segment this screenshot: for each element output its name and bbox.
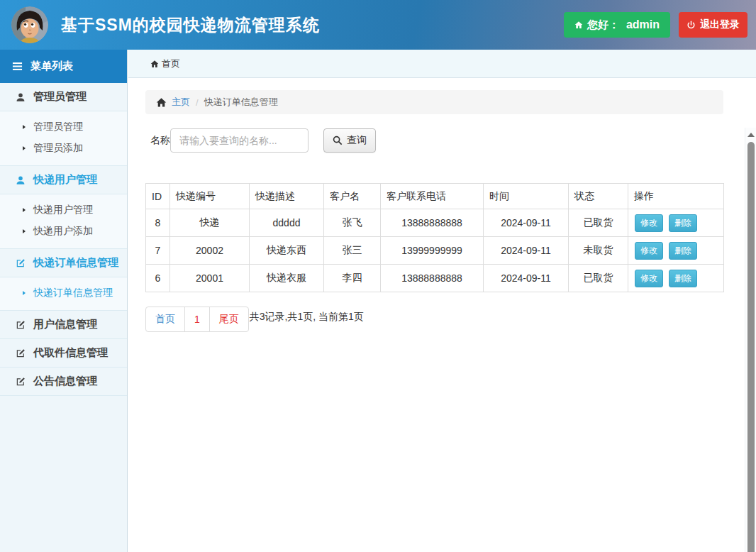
greeting-button[interactable]: 您好： admin: [564, 12, 670, 38]
app-header: 基于SSM的校园快递物流管理系统 您好： admin 退出登录: [0, 0, 756, 50]
table-row: 7 20002 快递东西 张三 13999999999 2024-09-11 未…: [146, 237, 724, 265]
logout-label: 退出登录: [700, 18, 740, 31]
home-icon: [156, 97, 167, 108]
cell-actions: 修改 删除: [628, 237, 724, 265]
col-header-actions: 操作: [628, 184, 724, 209]
sidebar-item-label: 管理员添加: [33, 142, 83, 155]
cell-customer: 张飞: [324, 209, 381, 237]
sidebar: 菜单列表 管理员管理 管理员管理 管理员添加: [0, 50, 128, 552]
user-icon: [16, 175, 26, 185]
menu-bars-icon: [12, 61, 23, 72]
cell-desc: 快递衣服: [250, 265, 324, 292]
main-panel: 主页 / 快递订单信息管理 名称 查询: [128, 78, 756, 552]
scrollbar-thumb[interactable]: [747, 142, 755, 552]
cell-date: 2024-09-11: [484, 265, 569, 292]
sidebar-item-admin-mgmt[interactable]: 管理员管理: [0, 83, 127, 111]
sidebar-item-label: 快递订单信息管理: [33, 256, 118, 270]
pagination-first-button[interactable]: 首页: [145, 307, 185, 332]
col-header-id: ID: [146, 184, 170, 209]
sidebar-item-order-list[interactable]: 快递订单信息管理: [0, 282, 127, 304]
pagination: 首页 1 尾页 共3记录,共1页, 当前第1页: [145, 307, 723, 332]
cell-id: 8: [146, 209, 170, 237]
caret-right-icon: [21, 145, 27, 151]
cell-date: 2024-09-11: [484, 237, 569, 265]
cell-code: 快递: [170, 209, 250, 237]
sidebar-item-label: 快递订单信息管理: [33, 287, 113, 299]
cell-code: 20001: [170, 265, 250, 292]
cell-status: 未取货: [569, 237, 628, 265]
username: admin: [626, 18, 660, 31]
topbar-home-label[interactable]: 首页: [162, 57, 180, 70]
cell-actions: 修改 删除: [628, 265, 724, 292]
logout-button[interactable]: 退出登录: [679, 12, 747, 38]
sidebar-subgroup-order: 快递订单信息管理: [0, 277, 127, 311]
delete-button[interactable]: 删除: [669, 242, 697, 260]
sidebar-item-label: 快递用户管理: [33, 204, 93, 216]
home-icon: [150, 60, 159, 68]
sidebar-item-label: 管理员管理: [33, 90, 87, 104]
cell-customer: 张三: [324, 237, 381, 265]
sidebar-item-courier-user-add[interactable]: 快递用户添加: [0, 221, 127, 242]
cell-id: 6: [146, 265, 170, 292]
edit-button[interactable]: 修改: [635, 270, 663, 287]
content-topbar: 首页: [128, 50, 756, 78]
edit-icon: [16, 348, 26, 358]
sidebar-item-courier-user-mgmt[interactable]: 快递用户管理: [0, 166, 127, 194]
greeting-label: 您好：: [587, 18, 619, 32]
search-input[interactable]: [170, 128, 308, 153]
sidebar-item-order-mgmt[interactable]: 快递订单信息管理: [0, 249, 127, 277]
edit-button[interactable]: 修改: [635, 242, 663, 260]
sidebar-item-notice-mgmt[interactable]: 公告信息管理: [0, 368, 127, 396]
cell-phone: 13888888888: [381, 209, 484, 237]
cell-code: 20002: [170, 237, 250, 265]
orders-table: ID 快递编号 快递描述 客户名 客户联系电话 时间 状态 操作 8 快递 dd: [145, 183, 724, 292]
sidebar-item-user-info-mgmt[interactable]: 用户信息管理: [0, 311, 127, 339]
search-label: 名称: [150, 134, 170, 147]
col-header-code: 快递编号: [170, 184, 250, 209]
cell-desc: 快递东西: [250, 237, 324, 265]
table-header-row: ID 快递编号 快递描述 客户名 客户联系电话 时间 状态 操作: [146, 184, 724, 209]
pagination-last-button[interactable]: 尾页: [209, 307, 249, 332]
col-header-desc: 快递描述: [250, 184, 324, 209]
pagination-summary: 共3记录,共1页, 当前第1页: [250, 311, 364, 324]
search-icon: [333, 136, 343, 145]
search-button[interactable]: 查询: [323, 128, 376, 153]
table-row: 6 20001 快递衣服 李四 13888888888 2024-09-11 已…: [146, 265, 724, 292]
sidebar-item-pickup-info-mgmt[interactable]: 代取件信息管理: [0, 339, 127, 368]
col-header-customer: 客户名: [324, 184, 381, 209]
search-button-label: 查询: [347, 134, 367, 147]
content-area: 首页 主页 / 快递订单信息管理 名称 查询: [128, 50, 756, 552]
cell-date: 2024-09-11: [484, 209, 569, 237]
cell-status: 已取货: [569, 265, 628, 292]
delete-button[interactable]: 删除: [669, 270, 697, 287]
table-row: 8 快递 ddddd 张飞 13888888888 2024-09-11 已取货…: [146, 209, 724, 237]
cell-actions: 修改 删除: [628, 209, 724, 237]
cell-phone: 13888888888: [381, 265, 484, 292]
edit-icon: [16, 320, 26, 330]
sidebar-item-admin-list[interactable]: 管理员管理: [0, 116, 127, 138]
cell-customer: 李四: [324, 265, 381, 292]
edit-button[interactable]: 修改: [635, 214, 663, 232]
breadcrumb-separator: /: [196, 97, 199, 108]
breadcrumb-home-link[interactable]: 主页: [172, 96, 190, 109]
caret-right-icon: [21, 124, 27, 130]
breadcrumb: 主页 / 快递订单信息管理: [145, 90, 723, 114]
sidebar-menu-header: 菜单列表: [0, 50, 127, 83]
search-form: 名称 查询: [145, 128, 723, 153]
vertical-scrollbar[interactable]: [745, 128, 756, 552]
app-window: 基于SSM的校园快递物流管理系统 您好： admin 退出登录 菜单列表: [0, 0, 756, 552]
col-header-status: 状态: [569, 184, 628, 209]
sidebar-item-label: 快递用户管理: [33, 173, 97, 187]
scroll-up-icon[interactable]: [745, 129, 756, 140]
sidebar-item-admin-add[interactable]: 管理员添加: [0, 138, 127, 159]
cell-phone: 13999999999: [381, 237, 484, 265]
sidebar-subgroup-courier-user: 快递用户管理 快递用户添加: [0, 194, 127, 249]
pagination-current-page[interactable]: 1: [184, 307, 210, 332]
sidebar-item-label: 用户信息管理: [33, 318, 97, 331]
sidebar-item-courier-user-list[interactable]: 快递用户管理: [0, 199, 127, 221]
caret-right-icon: [21, 228, 27, 234]
edit-icon: [16, 258, 26, 268]
delete-button[interactable]: 删除: [669, 214, 697, 232]
cell-id: 7: [146, 237, 170, 265]
sidebar-item-label: 公告信息管理: [33, 375, 97, 388]
